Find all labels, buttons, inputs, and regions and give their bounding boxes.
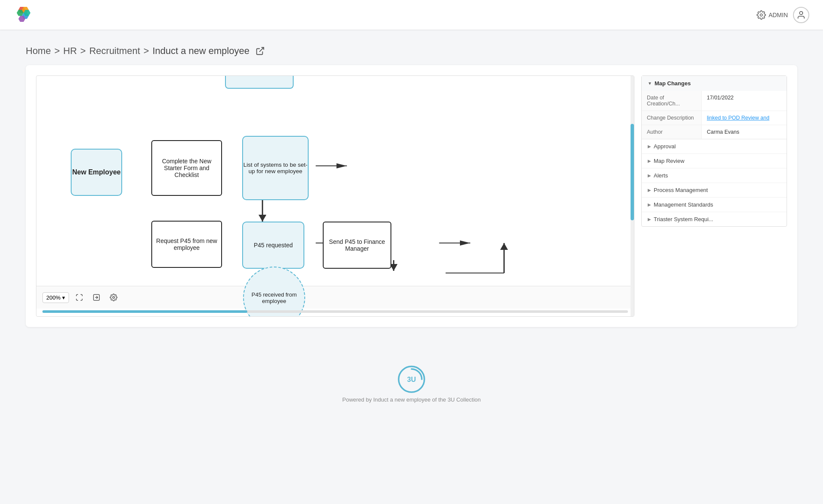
map-changes-title: Map Changes <box>655 80 691 87</box>
svg-point-7 <box>799 11 802 14</box>
zoom-select[interactable]: 200% ▾ <box>42 292 69 303</box>
footer: 3U Powered by Induct a new employee of t… <box>0 353 823 411</box>
approval-chevron: ▶ <box>648 144 651 149</box>
date-row: Date of Creation/Ch... 17/01/2022 <box>642 91 787 111</box>
author-row: Author Carma Evans <box>642 125 787 139</box>
settings-button[interactable]: ADMIN <box>757 10 788 20</box>
process-mgmt-item[interactable]: ▶ Process Management <box>642 183 787 198</box>
process-mgmt-chevron: ▶ <box>648 188 651 192</box>
side-panel: ▼ Map Changes Date of Creation/Ch... 17/… <box>641 75 787 227</box>
triaster-label: Triaster System Requi... <box>654 216 713 222</box>
partial-node-top <box>225 76 294 89</box>
node-list-systems[interactable]: List of systems to be set-up for new emp… <box>242 136 309 200</box>
node-p45-received[interactable]: P45 received from employee <box>243 267 305 317</box>
mgmt-standards-chevron: ▶ <box>648 202 651 207</box>
fullscreen-button[interactable] <box>72 291 86 304</box>
approval-label: Approval <box>654 143 676 150</box>
map-changes-header[interactable]: ▼ Map Changes <box>642 76 787 91</box>
settings-button[interactable] <box>107 291 120 304</box>
horizontal-scrollbar[interactable] <box>42 310 628 313</box>
node-new-employee[interactable]: New Employee <box>71 149 122 196</box>
triaster-item[interactable]: ▶ Triaster System Requi... <box>642 212 787 226</box>
export-button[interactable] <box>90 291 103 304</box>
breadcrumb-current: Induct a new employee <box>153 45 249 57</box>
app-header: ADMIN <box>0 0 823 30</box>
breadcrumb: Home > HR > Recruitment > Induct a new e… <box>26 45 797 57</box>
footer-text: Powered by Induct a new employee of the … <box>342 396 481 403</box>
diagram-inner: New Employee Complete the New Starter Fo… <box>36 75 787 317</box>
date-value: 17/01/2022 <box>702 91 787 105</box>
node-send-p45[interactable]: Send P45 to Finance Manager <box>323 222 391 269</box>
map-changes-section: ▼ Map Changes Date of Creation/Ch... 17/… <box>642 76 787 139</box>
alerts-item[interactable]: ▶ Alerts <box>642 168 787 183</box>
change-desc-row: Change Description linked to POD Review … <box>642 111 787 125</box>
header-right: ADMIN <box>757 7 809 23</box>
svg-line-8 <box>259 48 264 52</box>
main-content: New Employee Complete the New Starter Fo… <box>0 65 823 353</box>
vertical-scrollbar[interactable] <box>631 76 634 316</box>
alerts-label: Alerts <box>654 172 668 179</box>
map-review-chevron: ▶ <box>648 159 651 163</box>
alerts-chevron: ▶ <box>648 173 651 178</box>
mgmt-standards-label: Management Standards <box>654 201 713 208</box>
breadcrumb-sep1: > <box>54 45 60 57</box>
user-avatar[interactable] <box>793 7 809 23</box>
node-p45-requested[interactable]: P45 requested <box>242 222 304 269</box>
breadcrumb-sep3: > <box>144 45 149 57</box>
gear-icon <box>757 10 766 20</box>
change-desc-label: Change Description <box>642 111 702 125</box>
date-label: Date of Creation/Ch... <box>642 91 702 111</box>
vertical-scrollbar-thumb <box>631 124 634 220</box>
change-desc-value[interactable]: linked to POD Review and <box>702 111 787 125</box>
svg-point-6 <box>760 14 763 16</box>
fullscreen-icon <box>75 294 83 301</box>
diagram-container: New Employee Complete the New Starter Fo… <box>26 65 797 327</box>
external-link-icon[interactable] <box>255 46 265 56</box>
mgmt-standards-item[interactable]: ▶ Management Standards <box>642 198 787 212</box>
flow-toolbar: 200% ▾ <box>36 286 634 309</box>
triaster-chevron: ▶ <box>648 217 651 222</box>
breadcrumb-hr[interactable]: HR <box>63 45 77 57</box>
approval-item[interactable]: ▶ Approval <box>642 139 787 154</box>
flow-canvas: New Employee Complete the New Starter Fo… <box>36 76 634 286</box>
horizontal-scrollbar-thumb <box>42 310 247 313</box>
flow-area: New Employee Complete the New Starter Fo… <box>36 75 634 317</box>
breadcrumb-home[interactable]: Home <box>26 45 51 57</box>
author-value: Carma Evans <box>702 125 787 139</box>
process-mgmt-label: Process Management <box>654 187 708 193</box>
admin-label: ADMIN <box>769 12 788 18</box>
author-label: Author <box>642 125 702 139</box>
node-complete-starter[interactable]: Complete the New Starter Form and Checkl… <box>151 140 222 196</box>
svg-text:3U: 3U <box>407 376 416 383</box>
breadcrumb-sep2: > <box>80 45 86 57</box>
logo[interactable] <box>14 5 33 25</box>
map-changes-chevron: ▼ <box>648 81 652 86</box>
export-icon <box>93 294 100 301</box>
node-request-p45[interactable]: Request P45 from new employee <box>151 221 222 268</box>
footer-logo: 3U <box>398 366 425 393</box>
breadcrumb-recruitment[interactable]: Recruitment <box>89 45 140 57</box>
map-review-item[interactable]: ▶ Map Review <box>642 154 787 168</box>
svg-point-19 <box>113 297 115 299</box>
settings-icon <box>110 294 117 301</box>
breadcrumb-area: Home > HR > Recruitment > Induct a new e… <box>0 30 823 65</box>
zoom-value: 200% <box>46 294 60 301</box>
map-review-label: Map Review <box>654 158 685 164</box>
zoom-dropdown-icon: ▾ <box>62 294 65 301</box>
